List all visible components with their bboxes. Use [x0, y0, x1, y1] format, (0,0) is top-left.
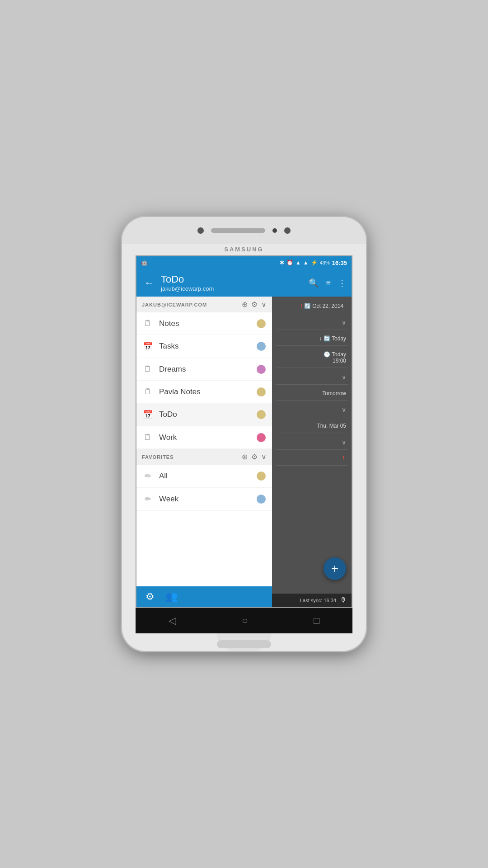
bottom-bar: ⚙ 👥 [136, 586, 272, 607]
add-icon[interactable]: ⊕ [242, 300, 248, 309]
flag-icon: ! [301, 303, 302, 309]
status-bar: 🤖 ✱ ⏰ ▲ ▲ ⚡ 43% 16:35 [136, 256, 352, 269]
bottom-people-icon[interactable]: 👥 [165, 591, 178, 603]
bluetooth-icon: ✱ [280, 259, 284, 266]
search-icon[interactable]: 🔍 [309, 278, 319, 288]
chevron-4: ∨ [342, 406, 346, 413]
right-item-2-text: ↓ 🔄 Today [319, 335, 346, 342]
chevron-2: ∨ [342, 319, 346, 326]
fav-settings-icon[interactable]: ⚙ [251, 453, 258, 461]
status-time: 16:35 [332, 259, 347, 266]
dreams-label: Dreams [159, 365, 257, 374]
week-label: Week [159, 495, 257, 504]
right-panel-content: ! 🔄 Oct 22, 2014 ∨ ↓ 🔄 Today 🕐 Today19:0… [272, 297, 352, 594]
work-label: Work [159, 433, 257, 442]
notes-label: Notes [159, 319, 257, 328]
right-item-exclaim: ! [276, 452, 348, 466]
android-nav-bar: ◁ ○ □ [136, 608, 352, 633]
right-item-3-text: 🕐 Today19:00 [324, 351, 346, 364]
list-item-notes[interactable]: 🗒 Notes [136, 312, 272, 335]
toolbar-title-block: ToDo jakub@icewarp.com [161, 274, 304, 292]
right-item-4-text: Tomorrow [322, 390, 346, 396]
bottom-settings-icon[interactable]: ⚙ [145, 591, 155, 603]
nav-back-button[interactable]: ◁ [169, 615, 176, 627]
mic-icon[interactable]: 🎙 [340, 596, 347, 604]
chevron-5: ∨ [342, 439, 346, 446]
wifi-icon: ▲ [296, 259, 301, 266]
app-subtitle: jakub@icewarp.com [161, 285, 304, 292]
nav-recent-button[interactable]: □ [314, 615, 319, 627]
filter-icon[interactable]: ≡ [326, 278, 331, 288]
list-item-work[interactable]: 🗒 Work [136, 426, 272, 449]
todo-label: ToDo [159, 410, 257, 419]
right-item-2: ↓ 🔄 Today [276, 332, 348, 346]
work-dot [257, 433, 266, 442]
pavla-notes-label: Pavla Notes [159, 387, 257, 396]
todo-dot [257, 410, 266, 419]
back-button[interactable]: ← [142, 277, 156, 289]
content-area: JAKUB@ICEWARP.COM ⊕ ⚙ ∨ 🗒 Notes 📅 Tasks [136, 297, 352, 607]
alarm-icon: ⏰ [286, 259, 293, 266]
favorites-section-label: FAVORITES [142, 454, 238, 460]
sensor-dot [272, 228, 277, 233]
list-item-tasks[interactable]: 📅 Tasks [136, 335, 272, 358]
front-camera [197, 227, 204, 234]
battery-level: 43% [320, 260, 330, 265]
fab-button[interactable]: + [324, 557, 346, 580]
pavla-notes-dot [257, 387, 266, 396]
right-item-1-text: 🔄 Oct 22, 2014 [304, 303, 343, 309]
all-label: All [159, 472, 257, 481]
list-item-pavla-notes[interactable]: 🗒 Pavla Notes [136, 381, 272, 403]
settings-icon[interactable]: ⚙ [251, 300, 258, 309]
right-item-1: ! 🔄 Oct 22, 2014 [276, 299, 348, 313]
chevron-down-icon[interactable]: ∨ [261, 300, 267, 309]
dreams-dot [257, 365, 266, 374]
list-item-all[interactable]: ✏ All [136, 465, 272, 488]
jakub-section-label: JAKUB@ICEWARP.COM [142, 302, 238, 307]
sync-text: Last sync: 16:34 [300, 598, 336, 603]
camera-dot-2 [284, 227, 291, 234]
todo-icon: 📅 [143, 410, 153, 420]
right-item-chevron-2: ∨ [276, 370, 348, 385]
phone-bottom-hardware [217, 633, 271, 651]
right-item-4: Tomorrow [276, 387, 348, 401]
flag-icon-2: ! [343, 455, 344, 462]
week-icon: ✏ [143, 494, 153, 504]
more-icon[interactable]: ⋮ [338, 278, 346, 288]
list-item-todo[interactable]: 📅 ToDo [136, 403, 272, 426]
jakub-section-header: JAKUB@ICEWARP.COM ⊕ ⚙ ∨ [136, 297, 272, 312]
right-item-3: 🕐 Today19:00 [276, 348, 348, 368]
notes-dot [257, 319, 266, 328]
work-icon: 🗒 [143, 433, 153, 442]
phone-top-hardware [122, 217, 366, 244]
status-left: 🤖 [141, 259, 148, 266]
favorites-section-header: FAVORITES ⊕ ⚙ ∨ [136, 449, 272, 465]
all-dot [257, 472, 266, 481]
left-panel: JAKUB@ICEWARP.COM ⊕ ⚙ ∨ 🗒 Notes 📅 Tasks [136, 297, 272, 607]
fav-add-icon[interactable]: ⊕ [242, 453, 248, 461]
app-toolbar: ← ToDo jakub@icewarp.com 🔍 ≡ ⋮ [136, 269, 352, 297]
chevron-3: ∨ [342, 373, 346, 381]
fav-chevron-down-icon[interactable]: ∨ [261, 453, 267, 461]
tasks-label: Tasks [159, 342, 257, 351]
charging-icon: ⚡ [311, 259, 318, 266]
signal-icon: ▲ [303, 259, 309, 266]
right-item-chevron-1: ∨ [276, 315, 348, 330]
physical-home-button[interactable] [217, 640, 271, 648]
list-item-week[interactable]: ✏ Week [136, 488, 272, 511]
right-panel: ! 🔄 Oct 22, 2014 ∨ ↓ 🔄 Today 🕐 Today19:0… [272, 297, 352, 607]
phone-brand: SAMSUNG [224, 244, 263, 255]
toolbar-actions: 🔍 ≡ ⋮ [309, 278, 346, 288]
right-item-5-text: Thu, Mar 05 [317, 423, 346, 429]
app-title: ToDo [161, 274, 304, 285]
status-right: ✱ ⏰ ▲ ▲ ⚡ 43% 16:35 [280, 259, 347, 266]
nav-home-button[interactable]: ○ [242, 615, 248, 627]
pavla-notes-icon: 🗒 [143, 387, 153, 396]
dreams-icon: 🗒 [143, 364, 153, 374]
list-item-dreams[interactable]: 🗒 Dreams [136, 358, 272, 381]
phone-shell: SAMSUNG 🤖 ✱ ⏰ ▲ ▲ ⚡ 43% 16:35 ← ToDo jak… [122, 217, 366, 651]
sync-bar: Last sync: 16:34 🎙 [272, 594, 352, 607]
tasks-dot [257, 342, 266, 351]
right-item-5: Thu, Mar 05 [276, 419, 348, 433]
all-icon: ✏ [143, 471, 153, 481]
